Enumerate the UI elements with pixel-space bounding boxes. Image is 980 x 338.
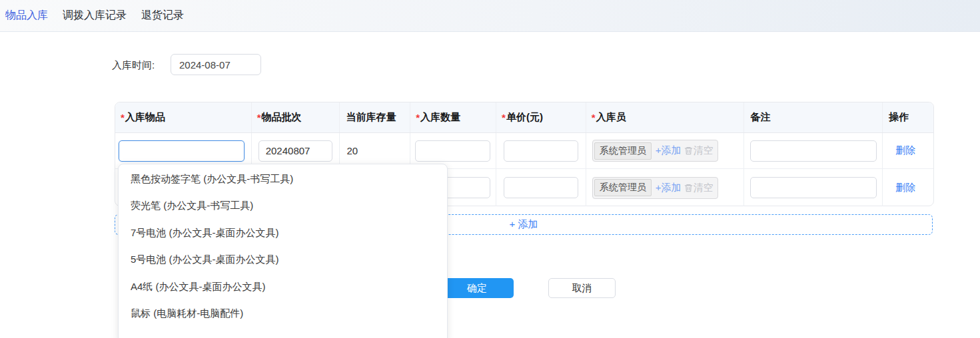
delete-row-link[interactable]: 删除 (883, 182, 915, 194)
dropdown-option[interactable]: 5号电池 (办公文具-桌面办公文具) (119, 247, 447, 274)
operator-tag: 系统管理员 (594, 142, 652, 160)
item-autocomplete-dropdown: 黑色按动签字笔 (办公文具-书写工具) 荧光笔 (办公文具-书写工具) 7号电池… (118, 164, 448, 338)
tab-return-records[interactable]: 退货记录 (141, 9, 184, 23)
required-mark: * (121, 112, 125, 123)
dropdown-option[interactable]: 鼠标 (电脑耗材-电脑配件) (119, 301, 447, 328)
page: 物品入库 调拨入库记录 退货记录 入库时间: *入库物品 *物品批次 当前库存量… (0, 0, 980, 338)
operator-clear-button[interactable]: 清空 (694, 144, 714, 157)
quantity-input[interactable] (415, 140, 490, 162)
dropdown-option[interactable]: 黑色按动签字笔 (办公文具-书写工具) (119, 166, 447, 193)
header-remark: 备注 (744, 102, 883, 132)
header-label: 物品批次 (262, 111, 302, 124)
header-quantity: *入库数量 (410, 102, 496, 132)
dropdown-option[interactable]: 7号电池 (办公文具-桌面办公文具) (119, 220, 447, 247)
storage-date-label: 入库时间: (112, 59, 155, 72)
trash-icon (684, 183, 694, 193)
operator-add-button[interactable]: +添加 (656, 182, 682, 194)
required-mark: * (257, 112, 261, 123)
header-batch: *物品批次 (252, 102, 340, 132)
header-label: 单价(元) (506, 111, 543, 124)
header-action: 操作 (883, 102, 933, 132)
operator-widget: 系统管理员 +添加 清空 (592, 140, 718, 162)
storage-date-input[interactable] (171, 54, 261, 75)
current-stock-value: 20 (340, 145, 358, 156)
dropdown-option[interactable]: A4纸 (办公文具-桌面办公文具) (119, 273, 447, 301)
header-item: *入库物品 (115, 102, 252, 132)
operator-add-button[interactable]: +添加 (656, 144, 682, 157)
operator-tag: 系统管理员 (594, 179, 652, 196)
add-row-label: + 添加 (510, 218, 538, 231)
confirm-button[interactable]: 确定 (440, 278, 514, 298)
table-header-row: *入库物品 *物品批次 当前库存量 *入库数量 *单价(元) *入库员 备注 操… (115, 102, 933, 133)
tab-bar: 物品入库 调拨入库记录 退货记录 (0, 0, 980, 32)
trash-icon (684, 146, 694, 156)
required-mark: * (416, 112, 420, 123)
cancel-button[interactable]: 取消 (548, 278, 616, 298)
header-label: 操作 (889, 111, 909, 124)
required-mark: * (502, 112, 506, 123)
header-current-stock: 当前库存量 (340, 102, 410, 132)
tab-item-warehousing[interactable]: 物品入库 (5, 9, 48, 23)
header-operator: *入库员 (586, 102, 745, 132)
remark-input[interactable] (750, 177, 877, 198)
header-label: 当前库存量 (346, 111, 396, 124)
dropdown-option[interactable]: 荧光笔 (办公文具-书写工具) (119, 193, 447, 220)
header-label: 入库物品 (125, 111, 165, 124)
remark-input[interactable] (750, 140, 877, 162)
operator-clear-button[interactable]: 清空 (694, 182, 714, 194)
header-label: 入库数量 (420, 111, 460, 124)
delete-row-link[interactable]: 删除 (883, 144, 915, 157)
operator-widget: 系统管理员 +添加 清空 (592, 177, 718, 199)
batch-input[interactable] (258, 140, 332, 162)
tab-transfer-in-records[interactable]: 调拨入库记录 (63, 9, 127, 23)
header-unit-price: *单价(元) (496, 102, 586, 132)
required-mark: * (592, 112, 596, 123)
header-label: 备注 (750, 111, 770, 124)
unit-price-input[interactable] (504, 140, 578, 162)
item-name-input[interactable] (119, 140, 245, 162)
header-label: 入库员 (596, 111, 626, 124)
unit-price-input[interactable] (504, 177, 578, 198)
